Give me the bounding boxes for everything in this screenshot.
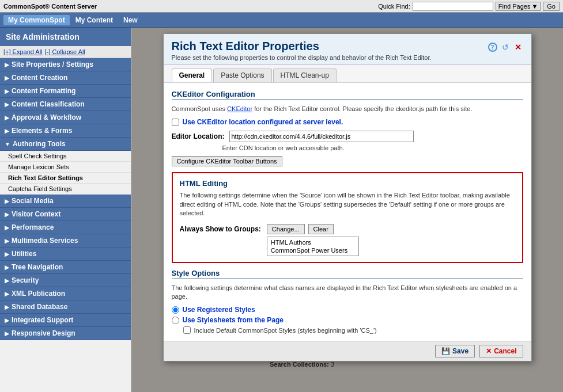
save-button[interactable]: 💾 Save (435, 345, 475, 357)
find-pages-button[interactable]: Find Pages ▼ (496, 2, 541, 11)
sidebar-item-authoring-tools[interactable]: ▼ Authoring Tools (0, 138, 131, 151)
sidebar-item-elements-forms[interactable]: ▶ Elements & Forms (0, 124, 131, 138)
sidebar-item-approval-workflow[interactable]: ▶ Approval & Workflow (0, 111, 131, 124)
sidebar-item-visitor-context[interactable]: ▶ Visitor Context (0, 208, 131, 221)
sidebar-item-security[interactable]: ▶ Security (0, 274, 131, 287)
modal-title: Rich Text Editor Properties (172, 40, 488, 53)
cancel-button[interactable]: ✕ Cancel (479, 345, 523, 357)
content-area: Scheduled for Publication: 0 Search Coll… (131, 28, 563, 392)
tab-paste-options[interactable]: Paste Options (213, 68, 271, 82)
ckeditor-link[interactable]: CKEditor (227, 105, 252, 112)
arrow-icon: ▶ (5, 62, 9, 68)
sidebar-controls: [+] Expand All [-] Collapse All (0, 46, 131, 58)
sidebar-item-content-creation[interactable]: ▶ Content Creation (0, 71, 131, 85)
sidebar-item-rich-text-editor[interactable]: Rich Text Editor Settings (0, 173, 131, 184)
main-layout: Site Administration [+] Expand All [-] C… (0, 28, 563, 392)
save-label: Save (452, 347, 468, 355)
save-icon: 💾 (441, 347, 450, 355)
sidebar-item-xml-publication[interactable]: ▶ XML Publication (0, 287, 131, 300)
editor-location-input[interactable] (229, 131, 414, 142)
expand-all-button[interactable]: [+] Expand All (3, 48, 43, 55)
arrow-icon: ▶ (5, 211, 9, 218)
use-registered-label[interactable]: Use Registered Styles (183, 306, 255, 314)
sidebar-item-tree-navigation[interactable]: ▶ Tree Navigation (0, 261, 131, 274)
editor-location-row: Editor Location: (172, 131, 523, 142)
arrow-icon: ▶ (5, 75, 9, 81)
modal-title-area: Rich Text Editor Properties Please set t… (172, 40, 488, 61)
nav-tab-mycommonspot[interactable]: My CommonSpot (3, 15, 70, 25)
sidebar-item-site-properties[interactable]: ▶ Site Properties / Settings (0, 58, 131, 71)
groups-row: Always Show to Groups: Change... Clear H… (180, 224, 515, 256)
modal-body: CKEditor Configuration CommonSpot uses C… (164, 83, 531, 341)
collapse-all-button[interactable]: [-] Collapse All (45, 48, 85, 55)
change-groups-button[interactable]: Change... (267, 224, 305, 234)
sidebar-item-integrated-support[interactable]: ▶ Integrated Support (0, 314, 131, 327)
app-title: CommonSpot® Content Server (3, 3, 378, 10)
tab-html-cleanup[interactable]: HTML Clean-up (273, 68, 337, 82)
use-stylesheets-label[interactable]: Use Stylesheets from the Page (183, 316, 284, 324)
sidebar-item-content-formatting[interactable]: ▶ Content Formatting (0, 85, 131, 98)
sidebar-item-content-classification[interactable]: ▶ Content Classification (0, 98, 131, 111)
quick-find-input[interactable] (413, 2, 493, 11)
close-button[interactable]: ✕ (513, 42, 523, 52)
include-default-styles-label[interactable]: Include Default CommonSpot Styles (style… (194, 327, 377, 334)
cancel-icon: ✕ (486, 347, 492, 355)
nav-tab-new[interactable]: New (119, 15, 142, 25)
sidebar-item-spell-check[interactable]: Spell Check Settings (0, 151, 131, 162)
arrow-icon: ▶ (5, 304, 9, 310)
arrow-icon: ▶ (5, 330, 9, 337)
arrow-icon: ▶ (5, 238, 9, 244)
sidebar-item-shared-database[interactable]: ▶ Shared Database (0, 300, 131, 314)
list-item: HTML Authors (270, 238, 356, 246)
sidebar-item-label: Approval & Workflow (12, 113, 81, 121)
tab-general[interactable]: General (172, 68, 213, 82)
ckeditor-text-after: for the Rich Text Editor control. Please… (254, 105, 472, 112)
sidebar-item-label: Multimedia Services (12, 237, 78, 245)
sidebar: Site Administration [+] Expand All [-] C… (0, 28, 131, 392)
sidebar-item-responsive-design[interactable]: ▶ Responsive Design (0, 327, 131, 340)
use-ckeditor-label[interactable]: Use CKEditor location configured at serv… (183, 118, 343, 126)
sidebar-item-manage-lexicon[interactable]: Manage Lexicon Sets (0, 162, 131, 173)
quick-find-label: Quick Find: (378, 3, 410, 10)
ckeditor-text-before: CommonSpot uses (172, 105, 226, 112)
use-registered-radio[interactable] (172, 306, 179, 314)
sidebar-item-label: Shared Database (12, 303, 67, 311)
go-button[interactable]: Go (543, 2, 560, 11)
configure-toolbar-button[interactable]: Configure CKEditor Toolbar Buttons (172, 156, 282, 166)
style-options-section: Style Options The following settings det… (172, 269, 523, 334)
modal-subtitle: Please set the following properties to c… (172, 54, 488, 61)
sidebar-item-multimedia[interactable]: ▶ Multimedia Services (0, 234, 131, 248)
refresh-button[interactable]: ↺ (500, 42, 511, 52)
sidebar-item-label: Visitor Context (12, 210, 61, 218)
editor-location-label: Editor Location: (172, 132, 225, 140)
ckeditor-section-title: CKEditor Configuration (172, 90, 523, 100)
sidebar-item-social-media[interactable]: ▶ Social Media (0, 195, 131, 208)
use-ckeditor-checkbox[interactable] (172, 119, 179, 126)
modal-footer: 💾 Save ✕ Cancel (164, 341, 531, 361)
refresh-icon: ↺ (502, 43, 509, 52)
modal-dialog: Rich Text Editor Properties Please set t… (163, 33, 532, 361)
nav-tab-mycontent[interactable]: My Content (71, 15, 118, 25)
groups-buttons: Change... Clear (267, 224, 359, 234)
sidebar-item-label: Utilities (12, 250, 36, 258)
sidebar-item-label: Content Formatting (12, 87, 75, 95)
groups-label: Always Show to Groups: (180, 224, 261, 233)
sidebar-item-label: Site Properties / Settings (12, 60, 93, 68)
sidebar-item-label: Performance (12, 223, 54, 231)
sidebar-item-label: Elements & Forms (12, 127, 72, 135)
ckeditor-section-text: CommonSpot uses CKEditor for the Rich Te… (172, 105, 523, 113)
sidebar-item-captcha-field[interactable]: Captcha Field Settings (0, 184, 131, 195)
sidebar-item-label: XML Publication (12, 290, 65, 298)
include-default-styles-checkbox[interactable] (183, 326, 191, 334)
sidebar-item-label: Content Classification (12, 100, 85, 108)
nav-bar: My CommonSpot My Content New (0, 13, 563, 28)
arrow-icon: ▶ (5, 277, 9, 284)
cancel-label: Cancel (494, 347, 516, 355)
sidebar-item-utilities[interactable]: ▶ Utilities (0, 248, 131, 261)
help-button[interactable]: ? (488, 42, 498, 52)
use-stylesheets-radio[interactable] (172, 317, 179, 324)
editor-location-hint: Enter CDN location or web accessible pat… (222, 144, 523, 151)
sidebar-item-performance[interactable]: ▶ Performance (0, 221, 131, 234)
html-editing-title: HTML Editing (180, 179, 515, 188)
clear-groups-button[interactable]: Clear (308, 224, 334, 234)
